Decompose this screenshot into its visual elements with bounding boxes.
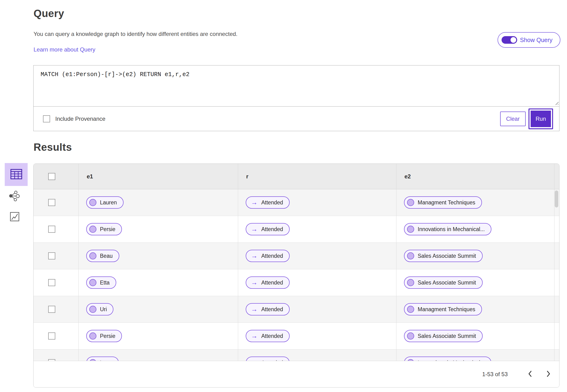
query-editor-footer: Include Provenance Clear Run (33, 107, 559, 131)
row-cell-r: → Attended (238, 189, 396, 216)
row-cell-e2: Sales Associate Summit (396, 269, 554, 296)
relation-pill[interactable]: → Attended (246, 223, 290, 235)
entity-label-e2: Sales Associate Summit (418, 253, 476, 259)
row-scrollbar-gutter (554, 243, 559, 269)
relation-arrow-icon: → (251, 252, 258, 259)
table-row: Beau → Attended Sales Associate Summit (34, 243, 559, 269)
relation-arrow-icon: → (251, 333, 258, 339)
header-cell-e2: e2 (396, 164, 554, 189)
table-icon (10, 169, 22, 180)
entity-node-icon (407, 252, 414, 259)
entity-node-icon (89, 306, 97, 313)
row-checkbox[interactable] (48, 306, 55, 313)
entity-label-e1: Lauren (100, 199, 117, 206)
row-cell-r: → Attended (238, 269, 396, 296)
row-cell-e1: Uri (78, 296, 238, 322)
network-graph-icon (9, 190, 20, 202)
row-scrollbar-gutter (554, 269, 559, 296)
row-checkbox[interactable] (48, 252, 55, 259)
pagination-bar: 1-53 of 53 (34, 361, 559, 387)
relation-pill[interactable]: → Attended (246, 277, 290, 289)
table-row: Etta → Attended Sales Associate Summit (34, 269, 559, 296)
entity-node-icon (89, 226, 97, 233)
row-cell-e2: Managment Techniques (396, 296, 554, 322)
query-editor-input[interactable]: MATCH (e1:Person)-[r]->(e2) RETURN e1,r,… (33, 65, 559, 107)
row-cell-e2: Sales Associate Summit (396, 243, 554, 269)
show-query-toggle[interactable]: Show Query (498, 32, 560, 48)
chevron-left-icon (528, 370, 533, 378)
entity-pill-e1[interactable]: Lauren (86, 196, 124, 209)
entity-pill-e2[interactable]: Sales Associate Summit (404, 250, 483, 262)
table-view-button[interactable] (5, 163, 28, 186)
row-checkbox[interactable] (48, 279, 55, 286)
row-select-cell (34, 269, 78, 296)
relation-arrow-icon: → (251, 199, 258, 206)
row-cell-e1: Persie (78, 216, 238, 242)
page-title: Query (34, 8, 64, 19)
header-select-cell (34, 164, 78, 189)
toggle-knob (511, 37, 516, 43)
relation-label: Attended (261, 199, 283, 206)
select-all-checkbox[interactable] (48, 173, 55, 180)
entity-pill-e1[interactable]: Beau (86, 250, 119, 262)
relation-pill[interactable]: → Attended (246, 196, 290, 209)
header-scrollbar-gutter (554, 164, 559, 189)
relation-label: Attended (261, 306, 283, 313)
row-cell-r: → Attended (238, 296, 396, 322)
query-description: You can query a knowledge graph to ident… (34, 31, 237, 37)
entity-node-icon (407, 199, 414, 206)
entity-pill-e2[interactable]: Managment Techniques (404, 196, 482, 209)
row-checkbox[interactable] (48, 226, 55, 233)
entity-label-e1: Persie (100, 226, 115, 233)
show-query-label: Show Query (520, 37, 553, 43)
chart-view-button[interactable] (9, 212, 20, 222)
table-row: Persie → Attended Innovations in Mechani… (34, 216, 559, 243)
row-checkbox[interactable] (48, 333, 55, 339)
table-row: Persie → Attended Sales Associate Summit (34, 323, 559, 350)
previous-page-button[interactable] (523, 367, 537, 381)
network-view-button[interactable] (8, 190, 20, 202)
entity-pill-e2[interactable]: Sales Associate Summit (404, 330, 483, 342)
relation-label: Attended (261, 253, 283, 259)
relation-pill[interactable]: → Attended (246, 330, 290, 342)
relation-arrow-icon: → (251, 226, 258, 233)
row-cell-e2: Innovations in Mechanical... (396, 216, 554, 242)
relation-pill[interactable]: → Attended (246, 303, 290, 315)
entity-node-icon (89, 252, 97, 259)
results-table: e1 r e2 Lauren → Attended (33, 164, 559, 388)
table-scrollbar-thumb[interactable] (555, 190, 558, 208)
entity-node-icon (407, 226, 414, 233)
entity-node-icon (407, 279, 414, 286)
entity-node-icon (407, 306, 414, 313)
entity-pill-e2[interactable]: Innovations in Mechanical... (404, 223, 491, 235)
entity-pill-e2[interactable]: Sales Associate Summit (404, 277, 483, 289)
include-provenance-checkbox[interactable] (43, 115, 50, 122)
relation-arrow-icon: → (251, 306, 258, 313)
relation-pill[interactable]: → Attended (246, 250, 290, 262)
entity-pill-e1[interactable]: Persie (86, 223, 122, 235)
entity-label-e2: Managment Techniques (418, 306, 475, 313)
entity-pill-e2[interactable]: Managment Techniques (404, 303, 482, 315)
include-provenance-label: Include Provenance (55, 115, 105, 122)
table-header-row: e1 r e2 (34, 164, 559, 189)
run-button[interactable]: Run (531, 111, 551, 127)
entity-pill-e1[interactable]: Etta (86, 277, 116, 289)
entity-label-e2: Innovations in Mechanical... (418, 226, 485, 233)
entity-label-e1: Beau (100, 253, 113, 259)
toggle-switch-icon (502, 36, 517, 44)
learn-more-link[interactable]: Learn more about Query (34, 46, 95, 53)
column-header-e2: e2 (396, 173, 411, 180)
header-cell-r: r (238, 164, 396, 189)
next-page-button[interactable] (541, 367, 555, 381)
table-row: Lauren → Attended Managment Techniques (34, 189, 559, 216)
row-checkbox[interactable] (48, 199, 55, 206)
column-header-e1: e1 (79, 173, 93, 180)
entity-pill-e1[interactable]: Uri (86, 303, 113, 315)
entity-pill-e1[interactable]: Persie (86, 330, 122, 342)
clear-button[interactable]: Clear (500, 112, 526, 126)
row-select-cell (34, 243, 78, 269)
row-cell-e2: Sales Associate Summit (396, 323, 554, 349)
relation-label: Attended (261, 333, 283, 339)
entity-node-icon (407, 333, 414, 339)
entity-label-e2: Managment Techniques (418, 199, 475, 206)
